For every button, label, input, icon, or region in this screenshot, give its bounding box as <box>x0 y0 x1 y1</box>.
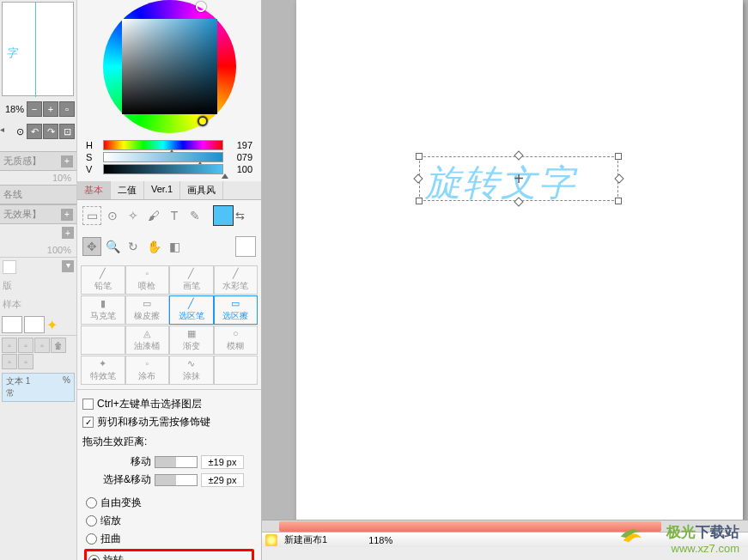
radio-checked[interactable] <box>88 555 100 560</box>
zoom-in-button[interactable]: + <box>43 101 58 117</box>
layer-thumb-2[interactable] <box>24 316 45 333</box>
sat-slider[interactable] <box>103 152 223 162</box>
new-folder-button[interactable]: ▫ <box>18 338 33 353</box>
merge-button[interactable]: ▫ <box>2 354 17 369</box>
trash-button[interactable]: 🗑 <box>51 338 66 353</box>
ctrl-click-option[interactable]: Ctrl+左键单击选择图层 <box>82 395 256 413</box>
rotate-tool-icon[interactable]: ↻ <box>124 237 143 256</box>
quality-header[interactable]: 无质感】 + <box>0 151 76 171</box>
layer-opacity: % <box>63 375 70 399</box>
hand-tool-icon[interactable]: ✋ <box>144 237 163 256</box>
brush-empty2[interactable] <box>214 356 258 385</box>
brush-gradient[interactable]: ▦渐变 <box>169 326 214 355</box>
zoom-out-button[interactable]: − <box>27 101 42 117</box>
lasso-icon[interactable]: ⊙ <box>103 206 122 225</box>
move-tool-icon[interactable]: ✥ <box>82 237 101 256</box>
mask-button[interactable]: ▫ <box>34 338 50 353</box>
tab-ver1[interactable]: Ver.1 <box>144 181 180 199</box>
brush-bucket[interactable]: ◬油漆桶 <box>125 326 170 355</box>
tab-brush-style[interactable]: 画具风 <box>180 181 223 199</box>
text-selection-box[interactable]: 旋转文字 + <box>419 156 618 201</box>
zoom-tool-icon[interactable]: 🔍 <box>103 237 122 256</box>
compose-icon[interactable] <box>3 260 16 274</box>
preview-thumbnail[interactable]: 字 <box>2 2 74 96</box>
radio-unchecked[interactable] <box>86 533 97 545</box>
selmove-slider[interactable] <box>155 474 198 486</box>
brush-sel-pen[interactable]: ╱选区笔 <box>169 295 214 325</box>
canvas[interactable]: 旋转文字 + <box>296 0 743 520</box>
rotate-label: 旋转 <box>103 553 124 560</box>
handle-tr[interactable] <box>615 153 622 160</box>
checkbox-unchecked[interactable] <box>82 399 94 410</box>
tab-binary[interactable]: 二值 <box>111 181 144 199</box>
checkbox-checked[interactable]: ✓ <box>82 417 94 428</box>
tools-panel: H 197 S 079 V 100 基本 二值 Ver.1 画具风 ▭ ⊙ ✧ … <box>77 0 262 560</box>
brush-pencil[interactable]: ╱铅笔 <box>81 265 125 295</box>
free-transform-label: 自由变换 <box>100 496 142 510</box>
hue-slider[interactable] <box>103 140 223 150</box>
rotate-left-button[interactable]: ↶ <box>27 124 42 139</box>
move-value[interactable]: ±19 px <box>201 455 244 469</box>
brush-marker[interactable]: ▮马克笔 <box>81 295 125 325</box>
selmove-value[interactable]: ±29 px <box>201 473 244 487</box>
hue-handle-2[interactable] <box>198 116 208 126</box>
handle-bl[interactable] <box>416 198 423 204</box>
flatten-button[interactable]: ▫ <box>18 354 33 369</box>
move-slider[interactable] <box>155 456 198 468</box>
handle-br[interactable] <box>615 198 622 204</box>
transform-rotate[interactable]: 旋转 <box>88 553 250 560</box>
brush-smudge[interactable]: ∿涂抹 <box>169 356 214 385</box>
cut-move-option[interactable]: ✓ 剪切和移动无需按修饰键 <box>82 413 256 431</box>
transform-free[interactable]: 自由变换 <box>82 494 256 512</box>
canvas-area[interactable]: 旋转文字 + <box>262 0 748 520</box>
star-icon[interactable]: ✦ <box>46 317 58 333</box>
rotate-reset-button[interactable]: ⊡ <box>59 124 75 139</box>
wand-icon[interactable]: ✧ <box>124 206 143 225</box>
transform-scale[interactable]: 缩放 <box>82 512 256 530</box>
effect-toggle[interactable]: + <box>61 209 73 221</box>
brush-spread[interactable]: ◦涂布 <box>125 356 170 385</box>
layer-thumbs: ✦ <box>0 314 76 335</box>
swap-colors-icon[interactable]: ⇆ <box>235 210 245 222</box>
radio-unchecked[interactable] <box>86 515 97 527</box>
effect-header[interactable]: 无效果】 + <box>0 204 76 224</box>
transform-distort[interactable]: 扭曲 <box>82 530 256 548</box>
handle-tl[interactable] <box>416 153 423 160</box>
brush-brush[interactable]: ╱画笔 <box>169 265 214 295</box>
drag-distance-label: 拖动生效距离: <box>82 431 256 453</box>
brush-blur[interactable]: ○模糊 <box>214 326 258 355</box>
color-wheel[interactable] <box>103 0 236 133</box>
eraser-tool-icon[interactable]: ◧ <box>165 237 184 256</box>
brush-fx[interactable]: ✦特效笔 <box>81 356 125 385</box>
brush-tool-icon[interactable]: 🖌 <box>144 206 163 225</box>
tab-basic[interactable]: 基本 <box>77 181 111 199</box>
effect-add[interactable]: + <box>62 227 74 239</box>
radio-unchecked[interactable] <box>86 497 97 508</box>
new-layer-button[interactable]: ▫ <box>2 338 17 353</box>
hue-handle[interactable] <box>196 2 206 12</box>
val-slider[interactable] <box>103 164 223 174</box>
marquee-rect-icon[interactable]: ▭ <box>82 206 101 225</box>
zoom-controls: 18% − + ▫ <box>0 100 76 119</box>
foreground-swatch[interactable] <box>213 205 234 226</box>
zoom-fit-button[interactable]: ▫ <box>59 101 75 117</box>
eyedropper-icon[interactable]: ✎ <box>185 206 204 225</box>
tool-options: Ctrl+左键单击选择图层 ✓ 剪切和移动无需按修饰键 拖动生效距离: 移动 ±… <box>77 389 261 560</box>
brush-sel-eraser[interactable]: ▭选区擦 <box>214 295 258 325</box>
text-tool-icon[interactable]: T <box>165 206 184 225</box>
background-swatch[interactable] <box>235 236 256 257</box>
brush-watercolor[interactable]: ╱水彩笔 <box>214 265 258 295</box>
scroll-thumb[interactable] <box>279 521 661 532</box>
brush-empty1[interactable] <box>81 326 125 355</box>
brush-airbrush[interactable]: ◦喷枪 <box>125 265 170 295</box>
distort-label: 扭曲 <box>100 532 121 546</box>
quality-toggle[interactable]: + <box>61 155 73 167</box>
color-square[interactable] <box>122 19 217 114</box>
rotate-right-button[interactable]: ↷ <box>43 124 58 139</box>
line-header[interactable]: 各线 <box>0 185 76 204</box>
layer-item[interactable]: 文本 1 常 % <box>2 373 75 402</box>
color-picker[interactable] <box>103 0 236 133</box>
brush-eraser[interactable]: ▭橡皮擦 <box>125 295 170 325</box>
compose-dropdown[interactable]: ▾ <box>62 260 74 272</box>
layer-thumb-1[interactable] <box>2 316 22 333</box>
